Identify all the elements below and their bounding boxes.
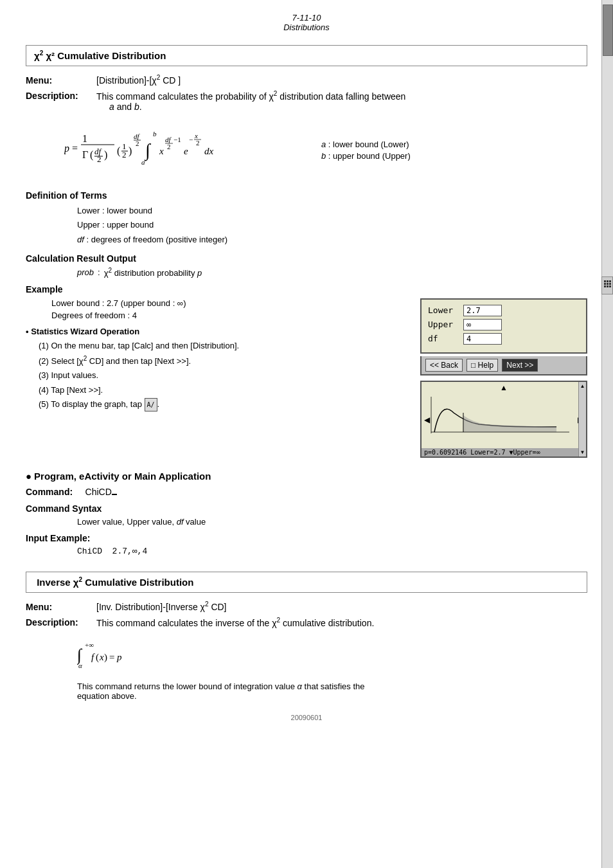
- svg-text:2: 2: [136, 140, 139, 147]
- step-5: (5) To display the graph, tap A/.: [39, 397, 407, 411]
- svg-rect-3: [604, 283, 606, 285]
- svg-text:+∞: +∞: [85, 641, 94, 649]
- main-formula: p = 1 Γ ( df 2 ) ( 1 2 ) df 2 ∫ b a: [64, 121, 283, 181]
- svg-text:∫: ∫: [144, 140, 152, 161]
- svg-text:Γ: Γ: [82, 149, 88, 160]
- upper-row: Upper ∞: [428, 319, 580, 330]
- svg-text:): ): [129, 145, 132, 157]
- svg-text:a: a: [141, 158, 145, 166]
- inverse-desc-2: This command returns the lower bound of …: [77, 682, 587, 701]
- command-label: Command:: [26, 487, 73, 497]
- inverse-formula: ∫ +∞ α f ( x ) = p: [77, 636, 587, 674]
- inverse-desc-row: Description: This command calculates the…: [26, 617, 587, 629]
- wizard-title: • Statistics Wizard Operation: [26, 327, 407, 336]
- svg-text:2: 2: [196, 139, 200, 147]
- prob-label: prob: [77, 267, 94, 277]
- svg-text:p: p: [64, 143, 69, 154]
- example-line2: Degrees of freedom : 4: [51, 311, 407, 320]
- steps-list: (1) On the menu bar, tap [Calc] and then…: [39, 339, 407, 411]
- svg-rect-0: [604, 280, 606, 282]
- svg-text:(: (: [117, 145, 120, 157]
- input-example-value: ChiCD 2.7,∞,4: [77, 547, 587, 556]
- back-button[interactable]: << Back: [425, 359, 463, 372]
- formula-note-a: a : lower bound (Lower): [321, 140, 411, 149]
- graph-lower: Lower=2.7: [470, 449, 505, 456]
- svg-text:2: 2: [122, 150, 127, 159]
- inverse-desc-label: Description:: [26, 617, 96, 628]
- svg-text:dx: dx: [204, 146, 214, 156]
- svg-text:x: x: [159, 146, 164, 156]
- svg-rect-7: [607, 285, 609, 287]
- inverse-desc-content: This command calculates the inverse of t…: [96, 617, 587, 629]
- svg-text:=: =: [72, 143, 78, 154]
- inverse-desc-line2: equation above.: [77, 691, 587, 701]
- page-footer: 20090601: [26, 714, 587, 721]
- formula-svg: p = 1 Γ ( df 2 ) ( 1 2 ) df 2 ∫ b a: [64, 121, 283, 179]
- inverse-desc-text: This command calculates the inverse of t…: [96, 618, 374, 628]
- description-row: Description: This command calculates the…: [26, 91, 587, 113]
- svg-text:1: 1: [82, 133, 87, 144]
- program-section: Program, eActivity or Main Application C…: [26, 471, 587, 556]
- formula-area: p = 1 Γ ( df 2 ) ( 1 2 ) df 2 ∫ b a: [64, 121, 587, 181]
- svg-rect-1: [607, 280, 609, 282]
- chi-cumulative-title: χ2 χ² Cumulative Distribution: [34, 50, 166, 61]
- upper-screen-label: Upper: [428, 320, 463, 329]
- term-lower: Lower : lower bound: [77, 204, 587, 218]
- syntax-title: Command Syntax: [26, 503, 587, 514]
- next-button[interactable]: Next >>: [502, 359, 538, 372]
- df-screen-value[interactable]: 4: [463, 333, 502, 345]
- graph-prob: p=0.6092146: [424, 449, 466, 456]
- menu-value: [Distribution]-[χ2 CD ]: [96, 74, 181, 86]
- command-row: Command: ChiCD: [26, 487, 587, 497]
- upper-screen-value[interactable]: ∞: [463, 319, 502, 330]
- svg-text:−1: −1: [173, 136, 181, 143]
- svg-text:p: p: [116, 652, 122, 662]
- header-line1: 7-11-10: [26, 13, 587, 23]
- lower-screen-label: Lower: [428, 305, 463, 315]
- svg-text:−: −: [189, 136, 193, 143]
- chi-graph-curve: [428, 393, 576, 442]
- svg-text:(: (: [96, 652, 99, 663]
- inverse-chi-title: Inverse χ2 Cumulative Distribution: [34, 577, 193, 588]
- svg-text:): ): [104, 652, 107, 663]
- svg-rect-2: [609, 280, 611, 282]
- command-value: ChiCD: [85, 487, 117, 497]
- svg-text:(: (: [90, 149, 93, 161]
- calc-input-screen: Lower 2.7 Upper ∞ df 4: [420, 298, 587, 354]
- chicd-box: [112, 494, 117, 495]
- example-header: Example: [26, 284, 587, 294]
- formula-notes: a : lower bound (Lower) b : upper bound …: [321, 140, 411, 163]
- lower-screen-value[interactable]: 2.7: [463, 305, 502, 316]
- help-button[interactable]: □ Help: [466, 359, 498, 372]
- page-scrollbar[interactable]: [601, 0, 613, 868]
- desc-label: Description:: [26, 91, 96, 101]
- graph-upper: ▼Upper=∞: [509, 449, 540, 456]
- inverse-chi-box: Inverse χ2 Cumulative Distribution: [26, 572, 587, 593]
- inverse-formula-svg: ∫ +∞ α f ( x ) = p: [77, 636, 154, 671]
- grid-icon: [603, 280, 612, 289]
- inverse-desc-line1: This command returns the lower bound of …: [77, 682, 587, 691]
- svg-text:α: α: [78, 662, 82, 669]
- scroll-up-icon: ▲: [580, 383, 585, 389]
- step-2: (2) Select [χ2 CD] and then tap [Next >>…: [39, 353, 407, 368]
- inverse-menu-row: Menu: [Inv. Distribution]-[Inverse χ2 CD…: [26, 601, 587, 612]
- df-row: df 4: [428, 333, 580, 345]
- input-example-title: Input Example:: [26, 533, 587, 543]
- svg-rect-8: [609, 285, 611, 287]
- svg-text:f: f: [91, 652, 95, 662]
- graph-scrollbar[interactable]: ▲ ▼: [578, 382, 586, 457]
- menu-label: Menu:: [26, 75, 96, 86]
- svg-text:2: 2: [167, 143, 171, 150]
- svg-rect-5: [609, 283, 611, 285]
- graph-screen: ▲ ◀ ▶ p=0.6092146 Lower=2.7: [420, 381, 587, 458]
- svg-text:b: b: [153, 130, 157, 138]
- graph-arrow-up: ▲: [500, 383, 508, 393]
- chi-cumulative-box: χ2 χ² Cumulative Distribution: [26, 45, 587, 66]
- example-ui: Lower 2.7 Upper ∞ df 4 << Back □ Help Ne…: [420, 298, 587, 458]
- example-text-block: Lower bound : 2.7 (upper bound : ∞) Degr…: [26, 298, 407, 411]
- step-3: (3) Input values.: [39, 368, 407, 383]
- graph-status-bar: p=0.6092146 Lower=2.7 ▼Upper=∞: [422, 448, 586, 457]
- term-upper: Upper : upper bound: [77, 218, 587, 232]
- prob-line: prob : χ2 distribution probability p: [77, 267, 587, 278]
- calc-button-bar: << Back □ Help Next >>: [420, 356, 587, 375]
